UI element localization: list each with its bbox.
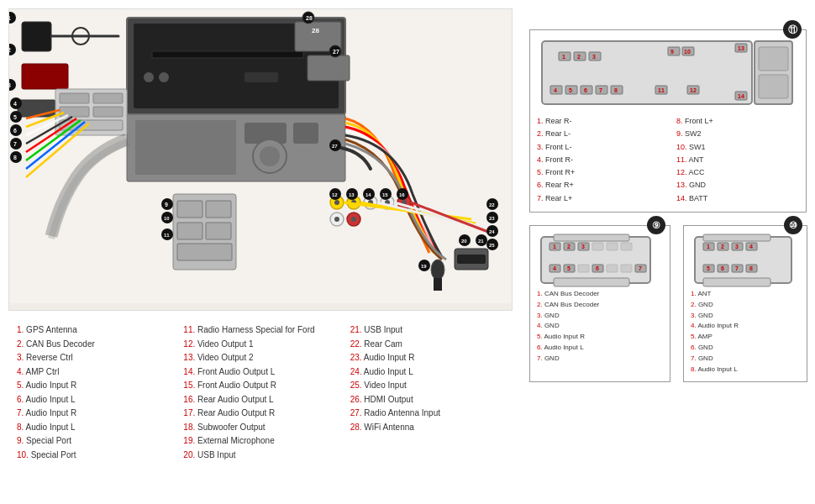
svg-rect-162 xyxy=(578,265,589,272)
svg-rect-60 xyxy=(177,244,232,260)
svg-text:14: 14 xyxy=(365,192,371,197)
svg-rect-149 xyxy=(554,234,629,241)
svg-text:10: 10 xyxy=(684,49,691,55)
svg-text:27: 27 xyxy=(333,49,339,55)
svg-text:11: 11 xyxy=(164,233,170,238)
connector-9-diagram: ⑨ 1 2 xyxy=(529,225,670,382)
label-24: 24. Audio Input L xyxy=(350,365,504,380)
svg-rect-164 xyxy=(607,265,618,272)
right-section: ⑪ 9 10 13 xyxy=(521,0,815,504)
svg-text:5: 5 xyxy=(13,114,17,120)
label-7: 7. Audio Input R xyxy=(17,407,171,421)
svg-text:8: 8 xyxy=(749,265,753,271)
label-10: 10. Special Port xyxy=(17,449,171,463)
label-11: 11. Radio Harness Special for Ford xyxy=(183,323,337,338)
svg-text:3: 3 xyxy=(581,244,585,249)
svg-text:23: 23 xyxy=(489,216,495,221)
bottom-connectors: ⑨ 1 2 xyxy=(529,225,807,382)
label-27: 27. Radio Antenna Input xyxy=(350,407,504,421)
label-19: 19. External Microphone xyxy=(183,434,337,449)
svg-text:15: 15 xyxy=(382,192,388,197)
svg-text:12: 12 xyxy=(690,87,697,93)
svg-rect-34 xyxy=(60,107,89,117)
svg-rect-150 xyxy=(554,278,629,286)
label-25: 25. Video Input xyxy=(350,379,504,393)
svg-rect-156 xyxy=(621,243,632,250)
label-13: 13. Video Output 2 xyxy=(183,351,337,365)
svg-rect-172 xyxy=(703,234,770,241)
label-16: 16. Rear Audio Output L xyxy=(183,393,337,407)
svg-rect-28 xyxy=(18,100,55,117)
svg-rect-6 xyxy=(244,72,278,82)
label-col-3: 21. USB Input 22. Rear Cam 23. Audio Inp… xyxy=(350,323,504,462)
label-26: 26. HDMI Output xyxy=(350,393,504,407)
svg-text:25: 25 xyxy=(489,243,495,248)
svg-text:2: 2 xyxy=(577,54,581,60)
svg-rect-119 xyxy=(759,75,788,98)
svg-text:10: 10 xyxy=(164,216,170,221)
label-col-2: 11. Radio Harness Special for Ford 12. V… xyxy=(183,323,337,462)
svg-rect-173 xyxy=(703,278,770,286)
connector-9-labels: 1. CAN Bus Decoder 2. CAN Bus Decoder 3.… xyxy=(537,289,663,365)
svg-rect-59 xyxy=(206,223,231,239)
svg-rect-25 xyxy=(22,64,68,89)
svg-rect-20 xyxy=(22,22,51,51)
svg-text:3: 3 xyxy=(592,54,596,60)
svg-text:13: 13 xyxy=(738,45,744,51)
svg-text:1: 1 xyxy=(562,54,565,60)
label-21: 21. USB Input xyxy=(350,323,504,338)
svg-rect-116 xyxy=(542,41,752,104)
connector-11-labels: 1. Rear R- 2. Rear L- 3. Front L- 4. Fro… xyxy=(537,115,799,205)
svg-text:28: 28 xyxy=(306,15,313,21)
label-20: 20. USB Input xyxy=(183,449,337,463)
svg-text:8: 8 xyxy=(614,87,618,93)
label-5: 5. Audio Input R xyxy=(17,379,171,393)
svg-rect-3 xyxy=(152,51,303,58)
svg-rect-33 xyxy=(93,93,123,103)
svg-text:21: 21 xyxy=(478,239,484,244)
svg-text:4: 4 xyxy=(13,101,17,107)
svg-text:6: 6 xyxy=(596,265,599,271)
svg-text:3: 3 xyxy=(735,244,739,249)
svg-point-12 xyxy=(260,146,280,166)
svg-text:6: 6 xyxy=(721,265,724,271)
svg-text:28: 28 xyxy=(312,27,319,34)
svg-text:9: 9 xyxy=(165,202,168,207)
svg-rect-57 xyxy=(206,201,231,218)
connector-10-labels: 1. ANT 2. GND 3. GND 4. Audio Input R 5.… xyxy=(691,289,800,375)
svg-point-80 xyxy=(351,217,356,222)
svg-text:12: 12 xyxy=(332,192,338,197)
svg-text:1: 1 xyxy=(707,244,710,249)
label-28: 28. WiFi Antenna xyxy=(350,421,504,435)
svg-text:9: 9 xyxy=(670,49,674,55)
svg-text:7: 7 xyxy=(13,141,17,147)
svg-text:24: 24 xyxy=(489,229,495,234)
svg-rect-4 xyxy=(144,72,154,82)
svg-text:22: 22 xyxy=(489,202,495,207)
svg-rect-35 xyxy=(93,107,123,117)
label-22: 22. Rear Cam xyxy=(350,338,504,352)
svg-text:6: 6 xyxy=(13,128,17,134)
svg-rect-17 xyxy=(308,55,350,81)
svg-point-78 xyxy=(334,217,339,222)
svg-text:1: 1 xyxy=(553,244,556,249)
connector-10-diagram: ⑩ 1 2 3 4 xyxy=(683,225,807,382)
connector-10-visual: 1 2 3 4 5 6 7 8 xyxy=(691,233,800,287)
svg-rect-155 xyxy=(607,243,618,250)
label-col-1: 1. GPS Antenna 2. CAN Bus Decoder 3. Rev… xyxy=(17,323,171,462)
svg-text:5: 5 xyxy=(567,265,570,271)
label-8: 8. Audio Input L xyxy=(17,421,171,435)
svg-text:14: 14 xyxy=(738,93,744,99)
connector-10-badge: ⑩ xyxy=(784,216,802,234)
label-1: 1. GPS Antenna xyxy=(17,323,171,338)
label-6: 6. Audio Input L xyxy=(17,393,171,407)
svg-text:1: 1 xyxy=(9,15,11,21)
label-18: 18. Subwoofer Output xyxy=(183,421,337,435)
connector-11-visual: 9 10 13 1 2 3 xyxy=(538,37,798,108)
svg-text:6: 6 xyxy=(584,87,587,93)
svg-rect-56 xyxy=(177,201,202,218)
svg-rect-154 xyxy=(592,243,603,250)
svg-rect-32 xyxy=(60,93,89,103)
label-15: 15. Front Audio Output R xyxy=(183,379,337,393)
svg-rect-8 xyxy=(135,120,236,175)
